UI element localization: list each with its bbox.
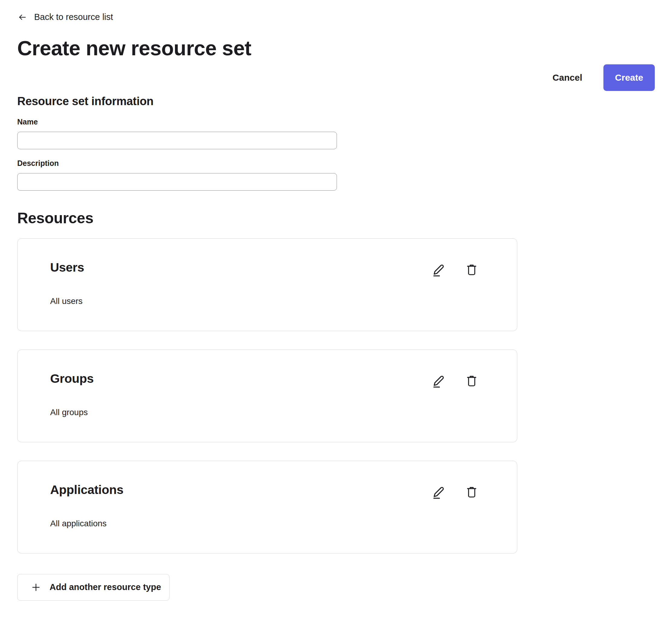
resource-card-title: Users <box>50 260 484 274</box>
page-title: Create new resource set <box>17 36 655 60</box>
header-actions: Cancel Create <box>17 64 655 91</box>
card-actions <box>432 485 478 500</box>
back-to-resource-list-link[interactable]: Back to resource list <box>17 12 113 22</box>
trash-icon <box>465 374 478 388</box>
delete-groups-button[interactable] <box>465 374 478 388</box>
name-label: Name <box>17 118 655 126</box>
description-input[interactable] <box>17 173 337 191</box>
delete-applications-button[interactable] <box>465 485 478 500</box>
description-field-group: Description <box>17 159 655 191</box>
trash-icon <box>465 263 478 278</box>
arrow-left-icon <box>17 13 27 22</box>
card-actions <box>432 263 478 278</box>
pencil-icon <box>432 263 446 278</box>
edit-applications-button[interactable] <box>432 485 446 500</box>
resource-card-description: All applications <box>50 519 484 528</box>
add-resource-type-button[interactable]: Add another resource type <box>17 574 169 601</box>
edit-groups-button[interactable] <box>432 374 446 388</box>
resources-heading: Resources <box>17 209 655 227</box>
edit-users-button[interactable] <box>432 263 446 278</box>
add-resource-type-label: Add another resource type <box>50 582 161 592</box>
resource-card-list: Users All users <box>17 238 655 553</box>
pencil-icon <box>432 485 446 500</box>
card-actions <box>432 374 478 388</box>
name-field-group: Name <box>17 118 655 149</box>
description-label: Description <box>17 159 655 168</box>
resource-card-users: Users All users <box>17 238 517 331</box>
cancel-button[interactable]: Cancel <box>547 70 588 86</box>
resource-card-description: All users <box>50 296 484 306</box>
resource-card-title: Applications <box>50 483 484 497</box>
resource-card-groups: Groups All groups <box>17 350 517 442</box>
resource-card-title: Groups <box>50 371 484 386</box>
pencil-icon <box>432 374 446 388</box>
trash-icon <box>465 485 478 500</box>
create-button[interactable]: Create <box>603 64 655 91</box>
resource-set-information-heading: Resource set information <box>17 95 655 108</box>
resource-card-description: All groups <box>50 408 484 417</box>
name-input[interactable] <box>17 132 337 149</box>
resource-card-applications: Applications All applications <box>17 461 517 553</box>
delete-users-button[interactable] <box>465 263 478 278</box>
plus-icon <box>31 582 41 593</box>
back-link-label: Back to resource list <box>34 12 113 22</box>
